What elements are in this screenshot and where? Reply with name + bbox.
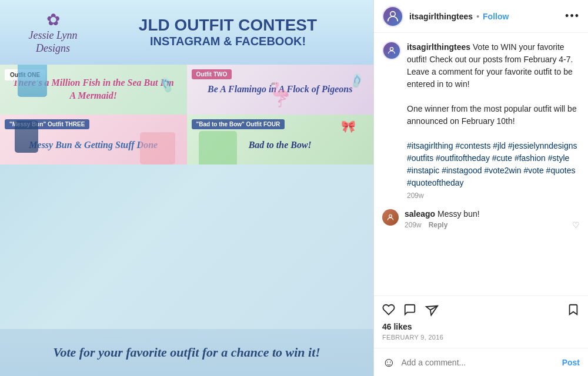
reply-content: Messy bun! [437, 209, 480, 219]
main-commenter-username[interactable]: itsagirlthingtees [407, 42, 470, 52]
action-icons-row [382, 301, 580, 318]
post-image-panel: ✿ Jessie LynnDesigns JLD OUTFIT CONTEST … [0, 0, 373, 376]
emoji-button[interactable]: ☺ [382, 355, 395, 370]
comment-button[interactable] [403, 301, 416, 318]
reply-text: saleago Messy bun! [405, 209, 580, 219]
outfit-grid: Outfit ONE There's a Million Fish in the… [0, 65, 373, 164]
like-button[interactable] [382, 301, 395, 318]
add-comment-input[interactable] [401, 358, 562, 367]
bookmark-button[interactable] [567, 301, 580, 318]
reply-avatar [382, 209, 399, 226]
main-comment-content: Vote to WIN your favorite outfit! Check … [407, 42, 577, 187]
reply-time: 209w [405, 221, 422, 229]
main-comment-body: itsagirlthingtees Vote to WIN your favor… [407, 41, 580, 200]
outfit-cell-4: "Bad to the Bow" Outfit FOUR Bad to the … [187, 115, 374, 164]
outfit-cell-3: "Messy Bun" Outfit THREE Messy Bun & Get… [0, 115, 187, 164]
main-comment-time: 209w [407, 192, 580, 200]
comment-icon [403, 303, 416, 316]
reply-heart-icon[interactable]: ♡ [572, 220, 580, 230]
follow-button[interactable]: Follow [483, 12, 509, 21]
dot-separator: • [476, 12, 479, 21]
actions-bar: 46 likes FEBRUARY 9, 2016 [374, 296, 588, 348]
reply-meta: 209w Reply ♡ [405, 220, 580, 230]
hashtags: #itsagirlthing #contests #jld #jessielyn… [407, 141, 577, 187]
outfit-label-2: Outfit TWO [192, 69, 232, 79]
bookmark-icon [567, 303, 580, 316]
user-info: itsagirlthingtees • Follow [409, 12, 565, 21]
add-comment-bar: ☺ Post [374, 348, 588, 376]
post-date: FEBRUARY 9, 2016 [382, 334, 580, 341]
main-comment-avatar [382, 41, 401, 60]
reply-username[interactable]: saleago [405, 209, 435, 219]
share-button[interactable] [425, 301, 437, 318]
post-comment-button[interactable]: Post [562, 358, 580, 367]
emoji-icon: ☺ [382, 355, 395, 370]
heart-icon [382, 303, 395, 316]
likes-count: 46 likes [382, 322, 580, 331]
contest-title-line2: INSTAGRAM & FACEBOOK! [100, 35, 356, 48]
reply-body: saleago Messy bun! 209w Reply ♡ [405, 209, 580, 230]
contest-title: JLD OUTFIT CONTEST INSTAGRAM & FACEBOOK! [94, 16, 362, 48]
share-icon [423, 302, 439, 318]
post-banner: ✿ Jessie LynnDesigns JLD OUTFIT CONTEST … [0, 0, 373, 65]
contest-title-line1: JLD OUTFIT CONTEST [100, 16, 356, 35]
reply-comment: saleago Messy bun! 209w Reply ♡ [382, 209, 580, 230]
outfit-cell-2: Outfit TWO Be A Flamingo in A Flock of P… [187, 65, 374, 115]
right-panel: itsagirlthingtees • Follow ••• itsagirlt… [373, 0, 588, 376]
more-options-button[interactable]: ••• [565, 10, 580, 22]
logo-text: Jessie LynnDesigns [12, 29, 94, 55]
outfit-cell-1: Outfit ONE There's a Million Fish in the… [0, 65, 187, 115]
bottom-caption: Vote for your favorite outfit for a chan… [0, 329, 373, 376]
outfit-label-4: "Bad to the Bow" Outfit FOUR [192, 119, 285, 129]
svg-point-1 [389, 214, 392, 217]
main-comment-text: itsagirlthingtees Vote to WIN your favor… [407, 41, 580, 189]
post-topbar: itsagirlthingtees • Follow ••• [374, 0, 588, 33]
topbar-username[interactable]: itsagirlthingtees [409, 12, 473, 21]
reply-button[interactable]: Reply [429, 221, 448, 229]
comments-area[interactable]: itsagirlthingtees Vote to WIN your favor… [374, 33, 588, 296]
topbar-avatar [382, 6, 403, 27]
more-icon: ••• [565, 10, 580, 22]
main-comment: itsagirlthingtees Vote to WIN your favor… [382, 41, 580, 200]
logo-area: ✿ Jessie LynnDesigns [12, 10, 94, 55]
logo-flower: ✿ [12, 10, 94, 29]
bottom-caption-text: Vote for your favorite outfit for a chan… [53, 345, 320, 360]
outfit-grid-wrapper: Outfit ONE There's a Million Fish in the… [0, 65, 373, 376]
svg-point-0 [390, 48, 393, 51]
